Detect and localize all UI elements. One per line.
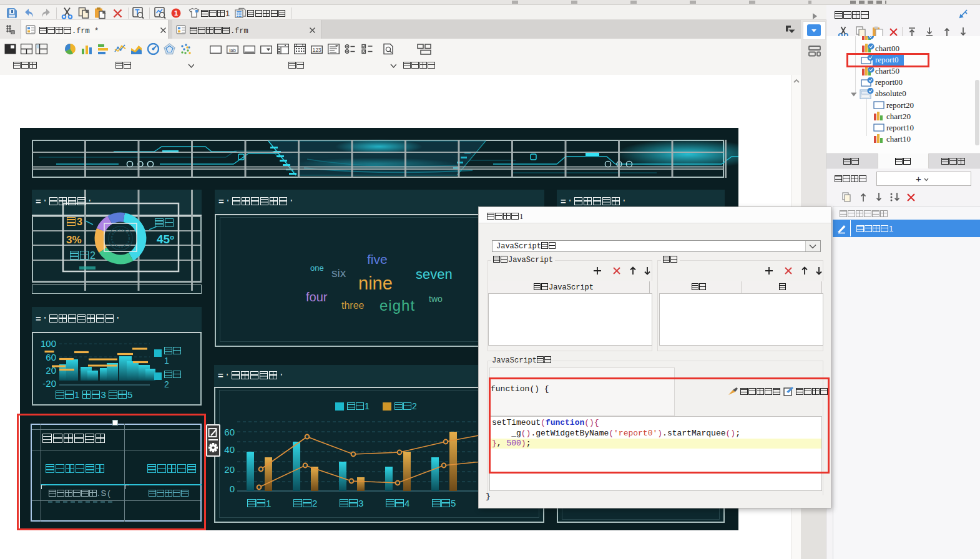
svg-text:1: 1 [174,9,178,17]
svg-text:lab: lab [229,47,236,53]
svg-text:123: 123 [312,47,321,53]
